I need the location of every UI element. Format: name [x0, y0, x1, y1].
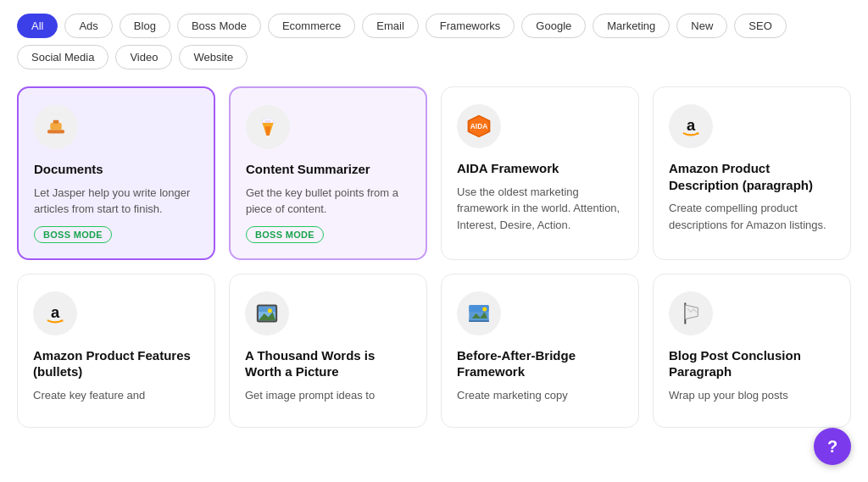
card-blog-conclusion[interactable]: Blog Post Conclusion ParagraphWrap up yo…: [653, 274, 851, 429]
card-desc-documents: Let Jasper help you write longer article…: [34, 185, 198, 218]
card-title-documents: Documents: [34, 161, 198, 178]
svg-point-18: [268, 308, 272, 313]
filter-tag-blog[interactable]: Blog: [120, 14, 170, 38]
card-badge-documents: BOSS MODE: [34, 226, 112, 243]
filter-tag-frameworks[interactable]: Frameworks: [426, 14, 515, 38]
card-aida-framework[interactable]: AIDA AIDA FrameworkUse the oldest market…: [441, 86, 639, 260]
svg-text:a: a: [51, 303, 60, 321]
filter-tag-new[interactable]: New: [676, 14, 727, 38]
card-title-before-after-bridge: Before-After-Bridge Framework: [457, 347, 623, 380]
svg-rect-25: [469, 320, 488, 322]
filter-tag-social-media[interactable]: Social Media: [17, 45, 108, 69]
card-desc-amazon-features: Create key feature and: [33, 387, 199, 404]
card-amazon-features[interactable]: a Amazon Product Features (bullets)Creat…: [17, 274, 215, 429]
amazon-features-icon: a: [33, 291, 77, 335]
content-summarizer-icon: [246, 105, 290, 149]
card-desc-blog-conclusion: Wrap up your blog posts: [669, 387, 835, 404]
svg-text:AIDA: AIDA: [470, 122, 487, 130]
card-content-summarizer[interactable]: Content SummarizerGet the key bullet poi…: [229, 86, 427, 260]
filter-tag-all[interactable]: All: [17, 14, 58, 38]
card-title-aida-framework: AIDA Framework: [457, 160, 623, 177]
card-documents[interactable]: DocumentsLet Jasper help you write longe…: [17, 86, 215, 260]
svg-rect-0: [47, 130, 64, 133]
before-after-bridge-icon: [457, 291, 501, 335]
filter-tag-email[interactable]: Email: [362, 14, 419, 38]
svg-text:a: a: [687, 116, 696, 134]
card-title-amazon-product-desc: Amazon Product Description (paragraph): [669, 160, 835, 193]
svg-point-24: [482, 307, 487, 311]
card-desc-content-summarizer: Get the key bullet points from a piece o…: [246, 185, 410, 218]
filter-bar: AllAdsBlogBoss ModeEcommerceEmailFramewo…: [17, 14, 851, 69]
svg-marker-14: [62, 319, 64, 321]
blog-conclusion-icon: [669, 291, 713, 335]
thousand-words-icon: [245, 291, 289, 335]
svg-point-5: [264, 119, 271, 123]
card-title-thousand-words: A Thousand Words is Worth a Picture: [245, 347, 411, 380]
svg-marker-7: [265, 126, 271, 136]
documents-icon: [34, 105, 78, 149]
svg-rect-2: [53, 120, 59, 124]
card-title-amazon-features: Amazon Product Features (bullets): [33, 347, 199, 380]
svg-rect-1: [50, 123, 61, 130]
card-desc-thousand-words: Get image prompt ideas to: [245, 387, 411, 404]
card-title-content-summarizer: Content Summarizer: [246, 161, 410, 178]
cards-grid: DocumentsLet Jasper help you write longe…: [17, 86, 851, 428]
card-desc-amazon-product-desc: Create compelling product descriptions f…: [669, 200, 835, 233]
filter-tag-seo[interactable]: SEO: [734, 14, 786, 38]
card-title-blog-conclusion: Blog Post Conclusion Paragraph: [669, 347, 835, 380]
filter-tag-marketing[interactable]: Marketing: [593, 14, 670, 38]
card-amazon-product-desc[interactable]: a Amazon Product Description (paragraph)…: [653, 86, 851, 260]
card-thousand-words[interactable]: A Thousand Words is Worth a PictureGet i…: [229, 274, 427, 429]
card-desc-aida-framework: Use the oldest marketing framework in th…: [457, 184, 623, 234]
card-desc-before-after-bridge: Create marketing copy: [457, 387, 623, 404]
filter-tag-google[interactable]: Google: [521, 14, 586, 38]
filter-tag-video[interactable]: Video: [115, 45, 172, 69]
amazon-product-desc-icon: a: [669, 104, 713, 148]
filter-tag-ads[interactable]: Ads: [64, 14, 112, 38]
aida-framework-icon: AIDA: [457, 104, 501, 148]
filter-tag-website[interactable]: Website: [179, 45, 248, 69]
svg-rect-17: [259, 306, 275, 312]
filter-tag-boss-mode[interactable]: Boss Mode: [177, 14, 261, 38]
card-before-after-bridge[interactable]: Before-After-Bridge FrameworkCreate mark…: [441, 274, 639, 429]
svg-marker-12: [698, 132, 700, 135]
help-button[interactable]: ?: [814, 428, 851, 465]
filter-tag-ecommerce[interactable]: Ecommerce: [268, 14, 355, 38]
card-badge-content-summarizer: BOSS MODE: [246, 226, 324, 243]
